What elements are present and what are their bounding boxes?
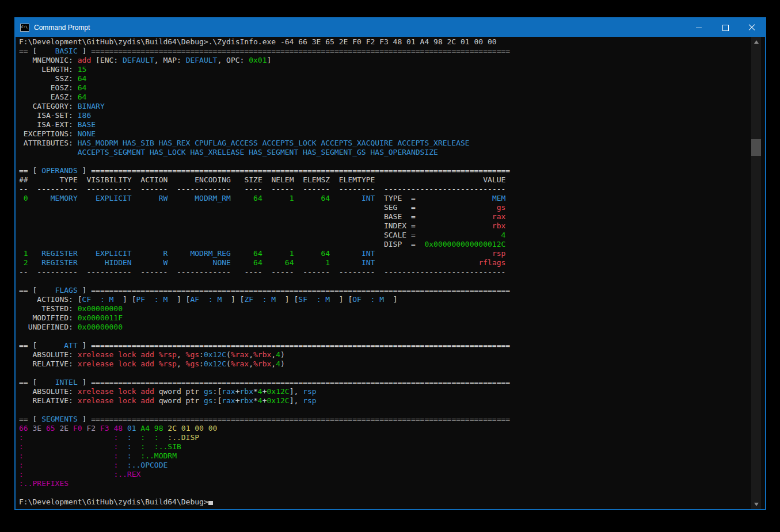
titlebar-left: C:\_ Command Prompt (16, 24, 90, 32)
console-line: ABSOLUTE: xrelease lock add %rsp, %gs:0x… (19, 350, 765, 359)
console-line: : : : : : :..DISP (19, 433, 765, 442)
console-line: F:\Development\GitHub\zydis\Build64\Debu… (19, 37, 765, 47)
console-line: RELATIVE: xrelease lock add qword ptr gs… (19, 396, 765, 405)
window-controls (686, 18, 765, 37)
console-line: : : : : :..SIB (19, 442, 765, 451)
console-line: DISP = 0x000000000000012C (19, 240, 765, 249)
scrollbar[interactable] (751, 37, 761, 509)
console-line: == [ FLAGS ] ===========================… (19, 286, 765, 295)
console-line: : : : :..MODRM (19, 451, 765, 461)
scrollbar-thumb[interactable] (751, 139, 761, 156)
console-line: : :..REX (19, 470, 765, 479)
console-line: ACCEPTS_SEGMENT HAS_LOCK HAS_XRELEASE HA… (19, 148, 765, 157)
console-line: -- --------- ---------- ------ ---------… (19, 185, 765, 194)
maximize-button[interactable] (712, 18, 739, 37)
scroll-up-icon (754, 40, 759, 44)
console-line: LENGTH: 15 (19, 65, 765, 74)
console-line: SSZ: 64 (19, 74, 765, 83)
close-button[interactable] (739, 18, 765, 37)
console-line: : : :..OPCODE (19, 461, 765, 470)
console-line (19, 157, 765, 166)
console-line (19, 369, 765, 378)
console-line: UNDEFINED: 0x00000000 (19, 323, 765, 332)
console-line: SEG = gs (19, 203, 765, 212)
console-line: -- --------- ---------- ------ ---------… (19, 267, 765, 277)
console-line (19, 405, 765, 415)
scrollbar-down-button[interactable] (751, 499, 761, 509)
console-line (19, 332, 765, 341)
maximize-icon (722, 25, 729, 31)
scrollbar-up-button[interactable] (751, 37, 761, 47)
console-line: 66 3E 65 2E F0 F2 F3 48 01 A4 98 2C 01 0… (19, 424, 765, 433)
console-line: ## TYPE VISIBILITY ACTION ENCODING SIZE … (19, 175, 765, 185)
minimize-icon (696, 28, 702, 28)
console-line: 2 REGISTER HIDDEN W NONE 64 64 1 INT rfl… (19, 258, 765, 267)
console-line (19, 277, 765, 286)
console-line: ACTIONS: [CF : M ] [PF : M ] [AF : M ] [… (19, 295, 765, 304)
console-line: ABSOLUTE: xrelease lock add qword ptr gs… (19, 387, 765, 396)
close-icon (748, 24, 755, 31)
console-line: == [ BASIC ] ===========================… (19, 47, 765, 56)
titlebar[interactable]: C:\_ Command Prompt (16, 18, 765, 37)
console-line: RELATIVE: xrelease lock add %rsp, %gs:0x… (19, 359, 765, 369)
console-line: ATTRIBUTES: HAS_MODRM HAS_SIB HAS_REX CP… (19, 139, 765, 148)
console-line: SCALE = 4 (19, 231, 765, 240)
cmd-icon: C:\_ (20, 24, 29, 32)
console-line: MNEMONIC: add [ENC: DEFAULT, MAP: DEFAUL… (19, 56, 765, 65)
console-line: :..PREFIXES (19, 479, 765, 488)
console-line: 0 MEMORY EXPLICIT RW MODRM_RM 64 1 64 IN… (19, 194, 765, 203)
console-line: EXCEPTIONS: NONE (19, 129, 765, 139)
console-line: EOSZ: 64 (19, 83, 765, 93)
console-line: MODIFIED: 0x0000011F (19, 313, 765, 323)
command-prompt-window: C:\_ Command Prompt F:\Development\GitHu… (14, 17, 766, 510)
console-line: == [ ATT ] =============================… (19, 341, 765, 350)
window-title: Command Prompt (34, 24, 90, 32)
console[interactable]: F:\Development\GitHub\zydis\Build64\Debu… (16, 37, 765, 509)
text-cursor (208, 501, 213, 505)
console-line: ISA-SET: I86 (19, 111, 765, 120)
console-line: == [ INTEL ] ===========================… (19, 378, 765, 387)
scroll-down-icon (754, 503, 759, 506)
minimize-button[interactable] (686, 18, 712, 37)
console-line: TESTED: 0x00000000 (19, 304, 765, 313)
console-output: F:\Development\GitHub\zydis\Build64\Debu… (16, 37, 765, 507)
console-line: ISA-EXT: BASE (19, 120, 765, 129)
console-line: == [ OPERANDS ] ========================… (19, 166, 765, 175)
console-line: == [ SEGMENTS ] ========================… (19, 415, 765, 424)
cmd-icon-glyph: C:\_ (21, 25, 29, 29)
console-line: EASZ: 64 (19, 93, 765, 102)
console-line: INDEX = rbx (19, 221, 765, 231)
console-line: CATEGORY: BINARY (19, 102, 765, 111)
console-line: BASE = rax (19, 212, 765, 221)
console-line: 1 REGISTER EXPLICIT R MODRM_REG 64 1 64 … (19, 249, 765, 258)
console-line: F:\Development\GitHub\zydis\Build64\Debu… (19, 497, 765, 507)
console-line (19, 488, 765, 497)
